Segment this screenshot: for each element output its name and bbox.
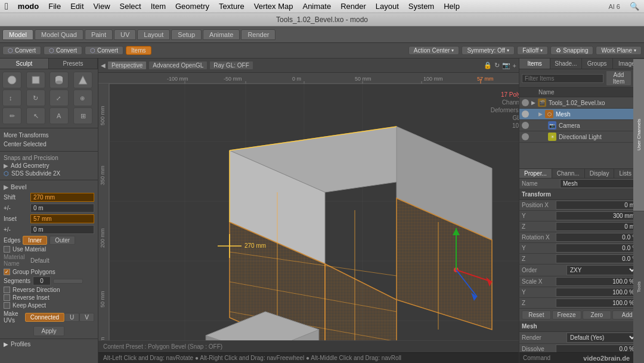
perspective-btn[interactable]: Perspective (107, 61, 147, 70)
tool-select[interactable]: ↖ (26, 107, 45, 124)
name-prop-input[interactable] (560, 179, 642, 188)
make-uvs-connected-btn[interactable]: Connected (25, 313, 64, 322)
tab-paint[interactable]: Paint (85, 29, 113, 40)
center-selected[interactable]: Center Selected (4, 140, 94, 149)
tool-paint[interactable]: A (49, 107, 69, 124)
tool-cylinder[interactable] (49, 72, 69, 88)
search-icon[interactable]: 🔍 (630, 2, 639, 11)
menu-animate[interactable]: Animate (302, 2, 331, 11)
pos-x-input[interactable] (556, 201, 637, 210)
menu-file[interactable]: File (48, 2, 61, 11)
item-visibility-4[interactable] (522, 133, 529, 140)
app-name[interactable]: modo (18, 2, 39, 11)
snapping-btn[interactable]: ♻ Snapping (550, 46, 593, 55)
menu-vertex-map[interactable]: Vertex Map (254, 2, 293, 11)
tool-transform[interactable]: ⊕ (73, 90, 92, 106)
tab-layout[interactable]: Layout (137, 29, 170, 40)
tab-shade[interactable]: Shade... (550, 59, 581, 69)
scale-x-input[interactable] (556, 277, 637, 286)
menu-layout[interactable]: Layout (376, 2, 399, 11)
inset-input[interactable] (30, 214, 94, 223)
list-item[interactable]: 📷 Camera (519, 120, 644, 131)
render-select[interactable]: Default (Yes) (566, 333, 637, 343)
menu-geometry[interactable]: Geometry (175, 2, 209, 11)
item-visibility-2[interactable] (522, 110, 529, 118)
sds-subdivide[interactable]: ⬡SDS Subdivide 2X (4, 170, 94, 177)
items-btn[interactable]: Items (126, 46, 151, 55)
tool-rotate[interactable]: ↻ (26, 90, 45, 106)
segments-input[interactable] (33, 276, 51, 285)
pos-z-input[interactable] (556, 222, 637, 231)
tool-pen[interactable]: ✏ (2, 107, 21, 124)
viewport-3d[interactable]: -100 mm -50 mm 0 m 50 mm 100 mm 57 mm In… (98, 73, 519, 352)
props-tab-chann[interactable]: Chann... (552, 169, 585, 178)
tab-render[interactable]: Render (241, 29, 275, 40)
work-plane-dropdown[interactable]: Work Plane▾ (596, 46, 642, 55)
tool-scale[interactable]: ⤢ (49, 90, 69, 106)
edges-inner-btn[interactable]: Inner (23, 236, 47, 245)
tab-model[interactable]: Model (2, 29, 33, 40)
segments-slider[interactable] (53, 279, 83, 284)
tab-uv[interactable]: UV (114, 29, 136, 40)
shift-input[interactable] (30, 193, 94, 202)
profiles-label[interactable]: ▶Profiles (4, 341, 94, 347)
tools-tab[interactable]: Tools (633, 211, 644, 363)
tab-items[interactable]: Items (519, 59, 550, 69)
make-uvs-u-btn[interactable]: U (64, 313, 79, 322)
reverse-direction-check[interactable] (4, 287, 10, 293)
menu-edit[interactable]: Edit (70, 2, 83, 11)
list-item[interactable]: ▶ 🎬 Tools_1.02_Bevel.lxo (519, 97, 644, 109)
convert-btn-1[interactable]: ⬡ Convert (2, 46, 41, 55)
tool-cube[interactable] (26, 72, 45, 88)
shift-pm-input[interactable] (30, 204, 94, 213)
tab-groups[interactable]: Groups (582, 59, 613, 69)
item-expand-1[interactable]: ▶ (531, 100, 535, 106)
tab-model-quad[interactable]: Model Quad (35, 29, 83, 40)
menu-render[interactable]: Render (340, 2, 366, 11)
group-polygons-check[interactable]: ✓ (4, 269, 10, 275)
tab-setup[interactable]: Setup (171, 29, 202, 40)
pos-y-input[interactable] (556, 211, 637, 220)
keep-aspect-check[interactable] (4, 302, 10, 309)
rot-y-input[interactable] (556, 244, 637, 253)
item-expand-2[interactable]: ▶ (538, 111, 543, 117)
convert-btn-3[interactable]: ⬡ Convert (85, 46, 123, 55)
falloff-dropdown[interactable]: Falloff▾ (517, 46, 548, 55)
props-tab-proper[interactable]: Proper... (519, 169, 552, 178)
menu-select[interactable]: Select (120, 2, 141, 11)
tool-sphere[interactable] (2, 72, 21, 88)
symmetry-dropdown[interactable]: Symmetry: Off▾ (462, 46, 515, 55)
tool-cone[interactable] (73, 72, 92, 88)
order-select[interactable]: ZXY (566, 265, 637, 275)
viewport-expand-icon[interactable]: + (513, 62, 516, 69)
use-material-check[interactable] (4, 246, 10, 253)
tool-move[interactable]: ↕ (2, 90, 21, 106)
rot-x-input[interactable] (556, 233, 637, 242)
apply-button[interactable]: Apply (33, 326, 64, 336)
add-item-btn[interactable]: Add Item (606, 70, 631, 86)
user-channels-tab[interactable]: User Channels (633, 59, 644, 211)
item-visibility-1[interactable] (522, 99, 529, 106)
filter-input[interactable] (522, 74, 603, 83)
viewport-sync-icon[interactable]: ↻ (494, 61, 500, 69)
freeze-btn[interactable]: Freeze (552, 310, 581, 319)
shader-btn[interactable]: Advanced OpenGL (148, 61, 208, 70)
item-visibility-3[interactable] (522, 122, 529, 129)
add-geometry[interactable]: ▶Add Geometry (4, 162, 94, 170)
inset-pm-input[interactable] (30, 225, 94, 234)
left-tab-presets[interactable]: Presets (49, 59, 98, 69)
list-item[interactable]: ▶ ⬡ Mesh ✎ (519, 109, 644, 120)
menu-texture[interactable]: Texture (219, 2, 244, 11)
menu-view[interactable]: View (94, 2, 110, 11)
scale-z-input[interactable] (556, 299, 637, 307)
action-center-dropdown[interactable]: Action Center▾ (408, 46, 460, 55)
rot-z-input[interactable] (556, 254, 637, 263)
make-uvs-v-btn[interactable]: V (79, 313, 94, 322)
scale-y-input[interactable] (556, 288, 637, 297)
apple-menu[interactable]:  (5, 1, 8, 12)
props-tab-display[interactable]: Display (585, 169, 615, 178)
more-transforms[interactable]: More Transforms (4, 131, 94, 140)
menu-item[interactable]: Item (151, 2, 166, 11)
menu-system[interactable]: System (408, 2, 434, 11)
tab-animate[interactable]: Animate (203, 29, 240, 40)
